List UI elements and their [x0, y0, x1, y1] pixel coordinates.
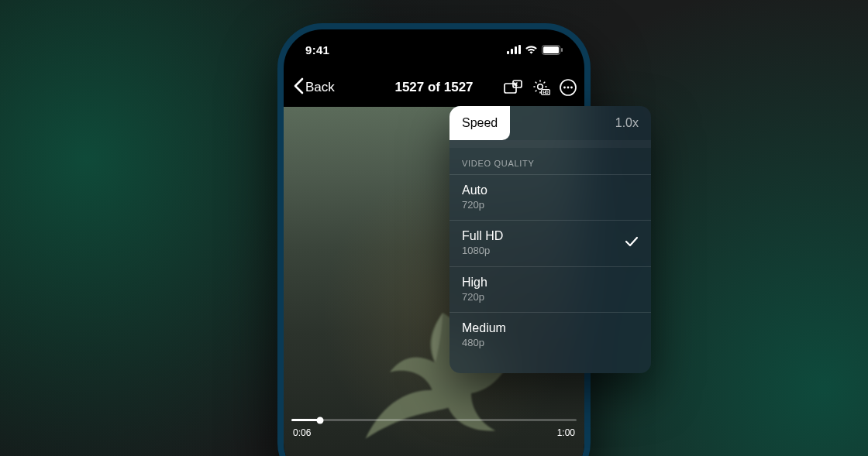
speed-label: Speed [462, 116, 498, 130]
video-settings-button[interactable]: HD [532, 79, 550, 96]
checkmark-icon [625, 236, 639, 250]
speed-tab[interactable]: Speed [450, 106, 510, 140]
playback-progress[interactable]: 0:06 1:00 [291, 419, 577, 438]
menu-separator [450, 140, 651, 148]
svg-point-14 [563, 87, 566, 89]
elapsed-time-label: 0:06 [293, 427, 311, 438]
quality-option-label: Auto [462, 183, 487, 198]
quality-option-sub: 480p [462, 337, 506, 349]
more-button[interactable] [560, 79, 577, 96]
speed-row[interactable]: Speed 1.0x [450, 106, 651, 140]
chevron-left-icon [293, 77, 304, 98]
back-button[interactable]: Back [288, 74, 339, 101]
svg-text:HD: HD [542, 90, 549, 94]
svg-rect-1 [511, 49, 513, 54]
quality-option-label: Full HD [462, 228, 503, 244]
nav-bar: Back 1527 of 1527 [284, 71, 584, 104]
total-time-label: 1:00 [557, 427, 575, 438]
svg-rect-3 [518, 45, 521, 54]
quality-option-sub: 720p [462, 199, 487, 211]
back-label: Back [305, 80, 335, 95]
quality-option-medium[interactable]: Medium 480p [450, 312, 651, 358]
picture-in-picture-button[interactable] [504, 80, 522, 95]
svg-rect-5 [543, 46, 559, 53]
quality-option-label: High [462, 275, 487, 290]
progress-fill [291, 419, 320, 421]
quality-option-fullhd[interactable]: Full HD 1080p [450, 220, 651, 266]
video-settings-popover: Speed 1.0x VIDEO QUALITY Auto 720p Full … [450, 106, 651, 373]
cellular-signal-icon [507, 45, 521, 54]
status-indicators [507, 45, 563, 55]
svg-rect-6 [561, 48, 563, 52]
wifi-icon [525, 45, 538, 54]
svg-point-16 [570, 87, 573, 89]
quality-option-auto[interactable]: Auto 720p [450, 174, 651, 220]
quality-option-sub: 1080p [462, 245, 503, 257]
svg-point-15 [567, 87, 570, 89]
svg-rect-2 [515, 46, 517, 54]
battery-icon [542, 45, 563, 55]
status-time: 9:41 [305, 43, 329, 57]
progress-knob[interactable] [316, 417, 323, 423]
phone-notch [373, 29, 495, 50]
svg-rect-0 [507, 51, 509, 54]
svg-point-9 [538, 84, 543, 90]
quality-option-label: Medium [462, 321, 506, 336]
speed-value: 1.0x [615, 116, 651, 130]
video-quality-header: VIDEO QUALITY [450, 148, 651, 174]
quality-option-high[interactable]: High 720p [450, 266, 651, 312]
quality-option-sub: 720p [462, 291, 487, 303]
